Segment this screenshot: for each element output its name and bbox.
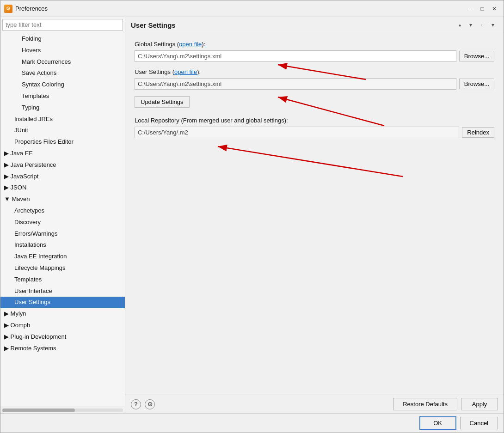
cancel-button[interactable]: Cancel bbox=[460, 417, 498, 429]
tree-item-mylyn[interactable]: ▶ Mylyn bbox=[0, 308, 125, 320]
svg-line-3 bbox=[218, 146, 403, 177]
help-button[interactable]: ? bbox=[131, 399, 141, 409]
tree-item-user-settings[interactable]: User Settings bbox=[0, 297, 125, 308]
tree-item-java-ee-integration[interactable]: Java EE Integration bbox=[0, 251, 125, 262]
nav-back-button[interactable]: ‹ bbox=[477, 20, 487, 30]
tree-container: Folding Hovers Mark Occurrences Save Act… bbox=[0, 32, 125, 407]
tree-item-syntax-coloring[interactable]: Syntax Coloring bbox=[0, 79, 125, 91]
user-settings-label: User Settings (open file): bbox=[135, 68, 494, 75]
tree-item-user-interface[interactable]: User Interface bbox=[0, 286, 125, 297]
dialog-bottom: OK Cancel bbox=[0, 413, 504, 433]
bottom-left: ? ⊙ bbox=[131, 399, 155, 409]
global-settings-label: Global Settings (open file): bbox=[135, 41, 494, 48]
right-body: Global Settings (open file): Browse... U… bbox=[125, 33, 504, 146]
app-icon: ⚙ bbox=[4, 5, 12, 13]
preferences-dialog: ⚙ Preferences – □ ✕ Folding Hovers Mark … bbox=[0, 0, 504, 433]
nav-forward-dropdown[interactable]: ▾ bbox=[488, 20, 498, 30]
global-settings-link[interactable]: open file bbox=[179, 41, 202, 48]
restore-defaults-button[interactable]: Restore Defaults bbox=[393, 398, 457, 410]
tree-item-javascript[interactable]: ▶ JavaScript bbox=[0, 171, 125, 183]
local-repo-row: Reindex bbox=[135, 127, 494, 138]
user-browse-button[interactable]: Browse... bbox=[459, 79, 494, 89]
main-content: Folding Hovers Mark Occurrences Save Act… bbox=[0, 17, 504, 413]
user-settings-link[interactable]: open file bbox=[174, 68, 197, 75]
horizontal-scrollbar[interactable] bbox=[0, 407, 125, 413]
panel-title: User Settings bbox=[131, 21, 176, 29]
bottom-bar: ? ⊙ Restore Defaults Apply bbox=[125, 395, 504, 413]
global-settings-input[interactable] bbox=[135, 50, 456, 62]
global-settings-row: Browse... bbox=[135, 50, 494, 62]
reindex-button[interactable]: Reindex bbox=[462, 127, 494, 138]
local-repo-label: Local Repository (From merged user and g… bbox=[135, 117, 494, 124]
tree-item-java-ee[interactable]: ▶ Java EE bbox=[0, 148, 125, 159]
right-area: User Settings ⬧ ▾ ‹ ▾ Global Settings (o… bbox=[125, 17, 504, 413]
user-settings-row: Browse... bbox=[135, 78, 494, 90]
nav-buttons: ⬧ ▾ ‹ ▾ bbox=[455, 20, 498, 30]
filter-input[interactable] bbox=[2, 19, 123, 30]
tree-item-maven-templates[interactable]: Templates bbox=[0, 274, 125, 286]
tree-item-errors-warnings[interactable]: Errors/Warnings bbox=[0, 228, 125, 240]
tree-item-discovery[interactable]: Discovery bbox=[0, 217, 125, 228]
tree-item-installed-jres[interactable]: Installed JREs bbox=[0, 114, 125, 125]
global-browse-button[interactable]: Browse... bbox=[459, 51, 494, 61]
nav-home-button[interactable]: ⬧ bbox=[455, 20, 465, 30]
tree-item-properties-files-editor[interactable]: Properties Files Editor bbox=[0, 136, 125, 148]
nav-dropdown-button[interactable]: ▾ bbox=[466, 20, 476, 30]
tree-item-templates[interactable]: Templates bbox=[0, 91, 125, 102]
tree-item-archetypes[interactable]: Archetypes bbox=[0, 205, 125, 217]
tree-item-maven[interactable]: ▼ Maven bbox=[0, 194, 125, 205]
local-repo-input[interactable] bbox=[135, 127, 459, 138]
apply-button[interactable]: Apply bbox=[461, 398, 498, 410]
tree-item-json[interactable]: ▶ JSON bbox=[0, 182, 125, 194]
window-title: Preferences bbox=[15, 5, 465, 12]
tree-item-junit[interactable]: JUnit bbox=[0, 125, 125, 136]
tree-item-remote-systems[interactable]: ▶ Remote Systems bbox=[0, 343, 125, 354]
tree-item-lifecycle-mappings[interactable]: Lifecycle Mappings bbox=[0, 262, 125, 274]
tree-item-mark-occurrences[interactable]: Mark Occurrences bbox=[0, 56, 125, 68]
tree-item-folding[interactable]: Folding bbox=[0, 33, 125, 45]
close-button[interactable]: ✕ bbox=[489, 4, 500, 13]
tree-item-typing[interactable]: Typing bbox=[0, 102, 125, 114]
window-controls: – □ ✕ bbox=[465, 4, 500, 13]
tree-item-save-actions[interactable]: Save Actions bbox=[0, 67, 125, 79]
tree-item-plug-in-development[interactable]: ▶ Plug-in Development bbox=[0, 331, 125, 343]
right-header: User Settings ⬧ ▾ ‹ ▾ bbox=[125, 17, 504, 33]
tree-item-oomph[interactable]: ▶ Oomph bbox=[0, 320, 125, 331]
update-settings-button[interactable]: Update Settings bbox=[135, 96, 190, 108]
settings-button[interactable]: ⊙ bbox=[145, 399, 155, 409]
left-panel: Folding Hovers Mark Occurrences Save Act… bbox=[0, 17, 125, 413]
tree-item-installations[interactable]: Installations bbox=[0, 239, 125, 251]
minimize-button[interactable]: – bbox=[465, 4, 476, 13]
tree-item-java-persistence[interactable]: ▶ Java Persistence bbox=[0, 159, 125, 171]
tree-item-hovers[interactable]: Hovers bbox=[0, 45, 125, 56]
maximize-button[interactable]: □ bbox=[477, 4, 488, 13]
titlebar: ⚙ Preferences – □ ✕ bbox=[0, 0, 504, 17]
ok-button[interactable]: OK bbox=[419, 416, 456, 430]
user-settings-input[interactable] bbox=[135, 78, 456, 90]
